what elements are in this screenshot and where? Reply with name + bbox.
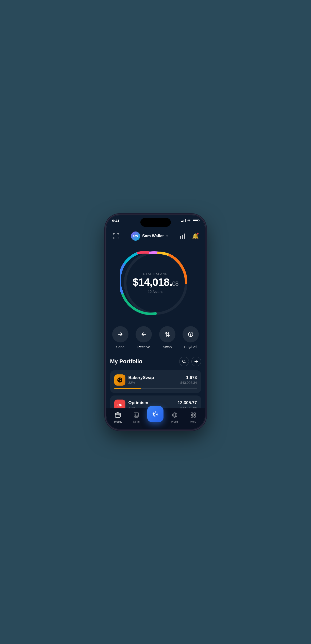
chart-icon: [180, 234, 185, 239]
receive-icon: [136, 326, 152, 342]
bakeryswap-progress-fill: [114, 388, 141, 389]
svg-rect-10: [182, 235, 183, 239]
balance-label: TOTAL BALANCE: [133, 272, 178, 275]
status-icons: [181, 219, 199, 222]
portfolio-actions: [179, 357, 201, 366]
asset-left: BakerySwap 32%: [114, 374, 154, 386]
wallet-nav-icon: [115, 412, 121, 419]
nav-wallet[interactable]: Wallet: [110, 410, 125, 423]
bottom-nav: Wallet NFTs: [106, 408, 205, 429]
optimism-amount: 12,305.77: [178, 400, 197, 405]
svg-rect-1: [117, 233, 119, 235]
nav-nfts[interactable]: NFTs: [129, 410, 144, 423]
asset-left-optimism: OP Optimism 31%: [114, 400, 148, 409]
balance-main: $14,018.: [133, 276, 172, 288]
wallet-nav-label: Wallet: [114, 420, 122, 423]
svg-rect-39: [194, 416, 195, 417]
bakeryswap-name: BakerySwap: [128, 375, 154, 380]
bakeryswap-value: $43,003.34: [180, 381, 197, 385]
chevron-down-icon: ▾: [166, 234, 168, 238]
svg-rect-38: [191, 416, 193, 417]
svg-rect-26: [115, 413, 120, 417]
svg-point-24: [120, 380, 121, 381]
asset-top-row: BakerySwap 32% 1.673 $43,003.34: [114, 374, 197, 386]
portfolio-title: My Portfolio: [110, 358, 142, 365]
optimism-name: Optimism: [128, 400, 148, 405]
swap-icon: [159, 326, 175, 342]
svg-point-25: [119, 380, 119, 381]
balance-info: TOTAL BALANCE $14,018.08 12 Assets: [133, 272, 178, 294]
center-swap-icon: [152, 410, 159, 418]
balance-amount: $14,018.08: [133, 277, 178, 288]
svg-rect-0: [113, 233, 115, 235]
app-header: SW Sam Wallet ▾ 🔔: [106, 229, 205, 245]
plus-icon: [194, 359, 198, 364]
chart-button[interactable]: [178, 232, 187, 241]
send-icon: [112, 326, 128, 342]
send-label: Send: [116, 345, 124, 349]
nfts-nav-icon: [133, 412, 139, 419]
portfolio-header: My Portfolio: [110, 357, 201, 366]
optimism-logo: OP: [114, 400, 125, 409]
buysell-icon: $: [183, 326, 199, 342]
svg-rect-36: [191, 413, 193, 415]
svg-point-29: [135, 414, 136, 415]
web3-nav-label: Web3: [171, 420, 178, 423]
svg-text:$: $: [190, 333, 191, 336]
optimism-values: 12,305.77 $42,149.56: [178, 400, 197, 409]
notification-button[interactable]: 🔔: [191, 232, 200, 241]
receive-button[interactable]: Receive: [135, 326, 153, 349]
notification-badge: [197, 233, 199, 235]
web3-nav-icon: [172, 412, 178, 419]
svg-rect-11: [184, 234, 185, 239]
bakeryswap-amount: 1.673: [180, 375, 197, 380]
more-nav-icon: [190, 412, 196, 419]
svg-line-18: [185, 362, 186, 363]
wallet-selector[interactable]: SW Sam Wallet ▾: [131, 232, 168, 241]
battery-icon: [193, 219, 199, 222]
signal-strength-icon: [181, 219, 186, 222]
action-buttons: Send Receive: [106, 324, 205, 357]
svg-rect-9: [180, 236, 181, 239]
balance-cents: 08: [172, 280, 178, 287]
wallet-name: Sam Wallet: [142, 234, 164, 238]
scan-icon: [113, 233, 119, 239]
receive-label: Receive: [137, 345, 150, 349]
nfts-nav-label: NFTs: [133, 420, 140, 423]
search-button[interactable]: [179, 357, 189, 366]
svg-point-21: [117, 377, 122, 383]
balance-section: TOTAL BALANCE $14,018.08 12 Assets: [106, 245, 205, 324]
swap-label: Swap: [163, 345, 172, 349]
nav-web3[interactable]: Web3: [167, 410, 182, 423]
scan-button[interactable]: [111, 231, 121, 241]
optimism-info: Optimism 31%: [128, 400, 148, 409]
svg-point-27: [119, 415, 120, 416]
svg-rect-2: [113, 237, 115, 239]
svg-rect-37: [194, 413, 195, 415]
bakeryswap-logo: [114, 374, 125, 386]
portfolio-section: My Portfolio: [106, 357, 205, 409]
asset-card-bakeryswap[interactable]: BakerySwap 32% 1.673 $43,003.34: [110, 370, 201, 393]
search-icon: [182, 359, 186, 364]
svg-point-22: [118, 379, 119, 380]
more-nav-label: More: [190, 420, 196, 423]
phone-notch: [140, 218, 171, 227]
nav-more[interactable]: More: [186, 410, 201, 423]
scroll-content[interactable]: SW Sam Wallet ▾ 🔔: [106, 215, 205, 409]
header-right-icons: 🔔: [178, 232, 200, 241]
center-action-button[interactable]: [147, 406, 163, 422]
balance-assets: 12 Assets: [133, 290, 178, 294]
buysell-button[interactable]: $ Buy/Sell: [182, 326, 200, 349]
bakeryswap-info: BakerySwap 32%: [128, 375, 154, 385]
send-button[interactable]: Send: [111, 326, 129, 349]
bakeryswap-values: 1.673 $43,003.34: [180, 375, 197, 385]
status-time: 9:41: [112, 219, 120, 223]
phone-frame: 9:41: [106, 215, 205, 429]
wallet-avatar: SW: [131, 232, 140, 241]
swap-button[interactable]: Swap: [158, 326, 176, 349]
buysell-label: Buy/Sell: [184, 345, 197, 349]
bakeryswap-percent: 32%: [128, 381, 154, 385]
bakeryswap-progress-bar: [114, 388, 197, 389]
add-asset-button[interactable]: [191, 357, 201, 366]
balance-ring: TOTAL BALANCE $14,018.08 12 Assets: [120, 247, 191, 319]
